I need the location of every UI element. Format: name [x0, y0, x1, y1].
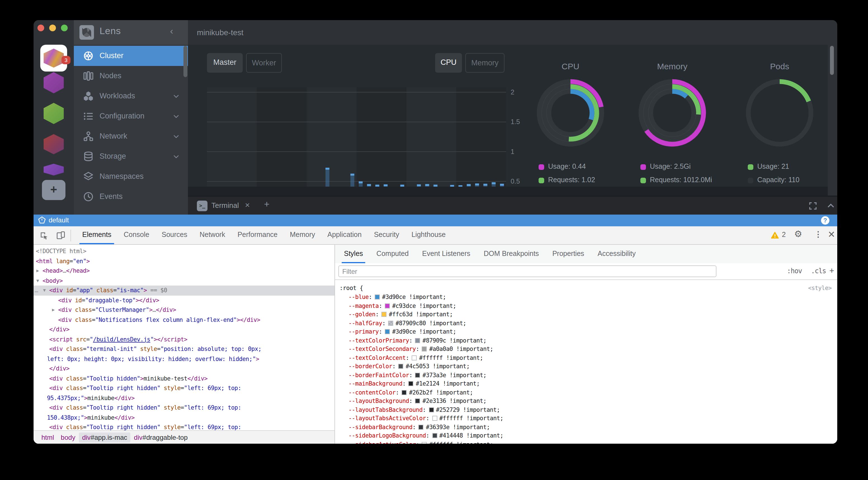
color-swatch[interactable]	[432, 433, 437, 438]
sidebar-item-network[interactable]: Network	[74, 126, 188, 146]
dom-tree-line[interactable]: <!DOCTYPE html>	[34, 246, 335, 256]
sidebar-item-configuration[interactable]: Configuration	[74, 106, 188, 126]
dom-tree-line[interactable]: 150.438px;">minikube</div>	[34, 413, 335, 422]
more-menu-icon[interactable]: ⋮	[814, 230, 822, 239]
main-scrollbar[interactable]	[830, 46, 834, 75]
chevron-down-icon[interactable]	[172, 92, 180, 100]
toggle-hover-button[interactable]: :hov	[787, 267, 802, 275]
cluster-icon-5[interactable]	[43, 164, 64, 175]
color-swatch[interactable]	[402, 390, 407, 395]
breadcrumb-item[interactable]: html	[38, 432, 57, 442]
minimize-traffic-light[interactable]	[49, 25, 56, 31]
dom-tree-line[interactable]: <div id="draggable-top"></div>	[34, 295, 335, 305]
dom-tree-line[interactable]: 95.4375px;">minikube</div>	[34, 393, 335, 403]
cpu-tab[interactable]: CPU	[435, 53, 462, 73]
sidebar-collapse-icon[interactable]: ‹	[170, 26, 173, 37]
rule-selector[interactable]: :root {	[339, 284, 363, 291]
sidebar-item-workloads[interactable]: Workloads	[74, 86, 188, 106]
warning-icon[interactable]	[771, 231, 779, 239]
dom-gutter-ellipsis[interactable]: …	[35, 285, 38, 295]
device-toolbar-icon[interactable]	[56, 231, 65, 240]
zoom-traffic-light[interactable]	[61, 25, 68, 31]
help-icon[interactable]: ?	[821, 216, 829, 225]
color-swatch[interactable]	[415, 338, 420, 343]
sidebar-item-cluster[interactable]: Cluster	[74, 46, 188, 66]
color-swatch[interactable]	[399, 364, 404, 369]
css-variable-row[interactable]: --layoutBackground:#2e3136 !important;	[335, 397, 837, 405]
expanded-arrow-icon[interactable]: ▼	[36, 276, 39, 285]
expanded-arrow-icon[interactable]: ▼	[43, 285, 45, 295]
css-variable-row[interactable]: --borderColor:#4c5053 !important;	[335, 362, 837, 371]
chevron-down-icon[interactable]	[172, 152, 180, 160]
devtools-close-icon[interactable]: ✕	[828, 229, 835, 240]
dom-tree-line[interactable]: <html lang="en">	[34, 256, 335, 266]
devtools-tab-elements[interactable]: Elements	[76, 226, 118, 244]
css-variable-row[interactable]: --halfGray:#87909c80 !important;	[335, 319, 837, 328]
color-swatch[interactable]	[422, 346, 427, 351]
css-variable-row[interactable]: --sidebarLogoBackground:#414448 !importa…	[335, 432, 837, 440]
color-swatch[interactable]	[412, 355, 417, 360]
worker-tab[interactable]: Worker	[246, 53, 282, 73]
dom-tree-line[interactable]: <div class="Tooltip hidden">minikube-tes…	[34, 374, 335, 383]
styles-tab-styles[interactable]: Styles	[337, 245, 370, 263]
styles-tab-properties[interactable]: Properties	[546, 245, 591, 263]
css-variable-row[interactable]: --textColorAccent:#ffffff !important;	[335, 353, 837, 362]
collapsed-arrow-icon[interactable]: ▶	[52, 305, 55, 315]
dom-tree-line[interactable]: left: 0px; height: 0px; visibility: hidd…	[34, 354, 335, 364]
devtools-tab-performance[interactable]: Performance	[231, 226, 284, 244]
dom-tree-line[interactable]: <div class="Tooltip right hidden" style=…	[34, 422, 335, 430]
css-variable-row[interactable]: --borderFaintColor:#373a3e !important;	[335, 371, 837, 379]
dom-tree-line[interactable]: <div class="terminal-init" style="positi…	[34, 344, 335, 354]
terminal-add-icon[interactable]: +	[264, 199, 270, 210]
sidebar-item-events[interactable]: Events	[74, 186, 188, 207]
css-variable-row[interactable]: --blue:#3d90ce !important;	[335, 293, 837, 302]
dom-tree-line[interactable]: <div class="Tooltip right hidden" style=…	[34, 403, 335, 413]
dom-tree-line[interactable]: <div class="Tooltip right hidden" style=…	[34, 383, 335, 393]
css-variable-row[interactable]: --layoutTabsActiveColor:#ffffff !importa…	[335, 414, 837, 423]
devtools-tab-application[interactable]: Application	[321, 226, 368, 244]
css-variable-row[interactable]: --primary:#3d90ce !important;	[335, 328, 837, 336]
cluster-icon-3[interactable]	[43, 103, 64, 124]
dom-tree-line[interactable]: </div>	[34, 364, 335, 374]
css-variable-row[interactable]: --layoutTabsBackground:#252729 !importan…	[335, 405, 837, 414]
chevron-down-icon[interactable]	[172, 112, 180, 120]
sidebar-item-namespaces[interactable]: Namespaces	[74, 167, 188, 186]
dom-tree-line[interactable]: </div>	[34, 325, 335, 335]
dom-tree-line[interactable]: <div class="Notifications flex column al…	[34, 315, 335, 325]
color-swatch[interactable]	[415, 372, 420, 377]
cluster-icon-2[interactable]	[43, 72, 64, 93]
sidebar-scrollbar[interactable]	[183, 46, 187, 77]
new-rule-button[interactable]: +	[829, 266, 834, 275]
devtools-tab-sources[interactable]: Sources	[155, 226, 193, 244]
dom-tree-line[interactable]: …▼<div id="app" class="is-mac"> == $0	[34, 285, 335, 295]
css-variable-row[interactable]: --mainBackground:#1e2124 !important;	[335, 379, 837, 388]
devtools-tab-lighthouse[interactable]: Lighthouse	[405, 226, 452, 244]
dom-tree-line[interactable]: ▶<div class="ClusterManager">…</div>	[34, 305, 335, 315]
breadcrumb-item[interactable]: div#app.is-mac	[79, 432, 130, 442]
color-swatch[interactable]	[375, 295, 380, 300]
color-swatch[interactable]	[389, 320, 394, 325]
color-swatch[interactable]	[429, 407, 434, 412]
styles-tab-dom-breakpoints[interactable]: DOM Breakpoints	[477, 245, 546, 263]
cluster-icon-4[interactable]	[43, 134, 64, 154]
breadcrumb-item[interactable]: body	[57, 432, 79, 442]
css-variable-row[interactable]: --contentColor:#262b2f !important;	[335, 388, 837, 397]
color-swatch[interactable]	[408, 381, 413, 386]
devtools-tab-console[interactable]: Console	[118, 226, 155, 244]
devtools-tab-security[interactable]: Security	[368, 226, 405, 244]
toggle-class-button[interactable]: .cls	[811, 267, 826, 275]
color-swatch[interactable]	[418, 424, 424, 430]
styles-tab-computed[interactable]: Computed	[370, 245, 415, 263]
color-swatch[interactable]	[432, 416, 437, 421]
terminal-collapse-icon[interactable]	[826, 201, 836, 211]
warning-count[interactable]: 2	[782, 231, 786, 239]
sidebar-item-nodes[interactable]: Nodes	[74, 66, 188, 86]
devtools-tab-network[interactable]: Network	[193, 226, 231, 244]
css-variable-row[interactable]: --textColorSecondary:#a0a0a0 !important;	[335, 345, 837, 353]
styles-tab-accessibility[interactable]: Accessibility	[591, 245, 642, 263]
breadcrumb-item[interactable]: div#draggable-top	[131, 432, 191, 442]
css-variable-row[interactable]: --golden:#ffc63d !important;	[335, 310, 837, 319]
styles-tab-event-listeners[interactable]: Event Listeners	[415, 245, 477, 263]
css-variable-row[interactable]: --textColorPrimary:#87909c !important;	[335, 336, 837, 345]
css-variable-row[interactable]: --sidebarActiveColor:#ffffff !important;	[335, 440, 837, 444]
